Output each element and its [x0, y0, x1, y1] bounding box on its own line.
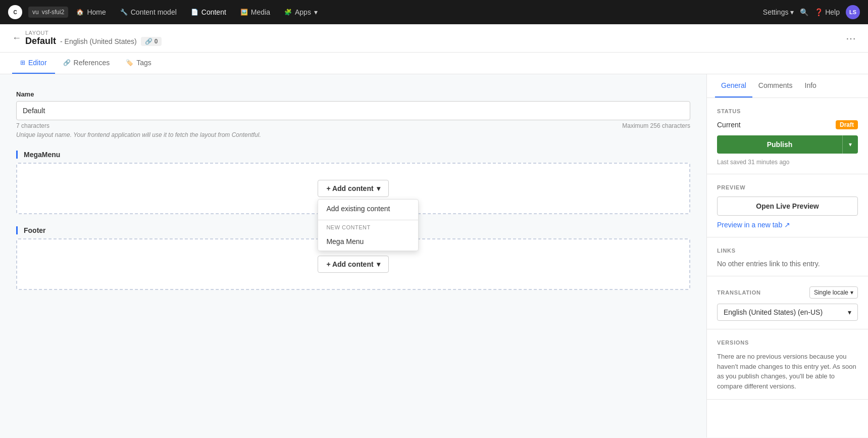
field-hint: Unique layout name. Your frontend applic… [16, 131, 690, 138]
apps-chevron-icon: ▾ [314, 8, 318, 16]
breadcrumb: Layout Default - English (United States)… [25, 30, 846, 46]
sub-navigation: ← Layout Default - English (United State… [0, 24, 868, 53]
char-count-row: 7 characters Maximum 256 characters [16, 122, 690, 129]
tab-tags[interactable]: 🏷️ Tags [118, 53, 160, 74]
links-section: LINKS No other entries link to this entr… [707, 237, 868, 276]
megamenu-section: MegaMenu + Add content ▾ Add existing co… [16, 151, 690, 214]
sidebar-tabs: General Comments Info [707, 74, 868, 98]
name-input[interactable] [16, 101, 690, 120]
translation-section: TRANSLATION Single locale ▾ English (Uni… [707, 276, 868, 329]
new-content-section-label: New content [318, 220, 418, 232]
top-navigation: C vu vsf-sfui2 🏠 Home 🔧 Content model 📄 … [0, 0, 868, 24]
nav-media[interactable]: 🖼️ Media [234, 5, 276, 19]
locale-select-chevron-icon: ▾ [848, 308, 851, 316]
tabs-bar: ⊞ Editor 🔗 References 🏷️ Tags [0, 53, 868, 74]
current-label: Current [717, 121, 741, 129]
tags-tab-icon: 🏷️ [126, 59, 133, 66]
breadcrumb-locale: - English (United States) [60, 37, 137, 45]
char-count: 7 characters [16, 122, 49, 129]
content-icon: 📄 [191, 9, 198, 16]
open-live-preview-button[interactable]: Open Live Preview [717, 197, 858, 216]
megamenu-header: MegaMenu [16, 151, 690, 159]
status-title: STATUS [717, 108, 858, 114]
single-locale-select[interactable]: Single locale ▾ [809, 286, 858, 299]
references-tab-icon: 🔗 [63, 59, 71, 66]
no-links-text: No other entries link to this entry. [717, 260, 858, 268]
footer-add-content-button[interactable]: + Add content ▾ [318, 256, 388, 273]
locale-select[interactable]: English (United States) (en-US) ▾ [717, 304, 858, 321]
add-content-dropdown: + Add content ▾ Add existing content New… [318, 180, 388, 197]
versions-title: VERSIONS [717, 339, 858, 346]
nav-apps[interactable]: 🧩 Apps ▾ [278, 5, 324, 19]
nav-content-model[interactable]: 🔧 Content model [114, 5, 183, 19]
sidebar-tab-general[interactable]: General [715, 74, 752, 98]
megamenu-box: + Add content ▾ Add existing content New… [16, 163, 690, 214]
page-title: Default - English (United States) 🔗 0 [25, 36, 846, 46]
publish-button[interactable]: Publish [717, 135, 842, 154]
content-model-icon: 🔧 [120, 9, 128, 16]
app-logo: C [8, 5, 22, 19]
external-link-icon: ↗ [784, 221, 790, 229]
main-layout: Name 7 characters Maximum 256 characters… [0, 74, 868, 437]
tab-editor[interactable]: ⊞ Editor [12, 53, 55, 74]
name-field-section: Name 7 characters Maximum 256 characters… [16, 90, 690, 138]
footer-add-content-dropdown: + Add content ▾ [318, 256, 388, 273]
megamenu-title: MegaMenu [24, 151, 690, 159]
help-button[interactable]: ❓ Help [814, 8, 840, 16]
home-icon: 🏠 [76, 9, 84, 16]
space-abbr: vu [32, 9, 39, 16]
nav-right: Settings ▾ 🔍 ❓ Help LS [763, 5, 860, 19]
nav-content[interactable]: 📄 Content [185, 5, 232, 19]
settings-button[interactable]: Settings ▾ [763, 8, 794, 16]
draft-badge: Draft [836, 120, 858, 129]
sidebar-tab-info[interactable]: Info [799, 74, 823, 98]
name-label: Name [16, 90, 690, 98]
translation-title: TRANSLATION [717, 289, 761, 296]
content-area: Name 7 characters Maximum 256 characters… [0, 74, 706, 437]
locale-chevron-icon: ▾ [850, 289, 853, 296]
chevron-down-icon: ▾ [377, 184, 380, 192]
link-icon: 🔗 [145, 38, 152, 45]
add-content-button[interactable]: + Add content ▾ [318, 180, 388, 197]
sidebar-tab-comments[interactable]: Comments [752, 74, 799, 98]
preview-section: PREVIEW Open Live Preview Preview in a n… [707, 174, 868, 237]
max-chars: Maximum 256 characters [622, 122, 690, 129]
versions-text: There are no previous versions because y… [717, 352, 858, 391]
right-sidebar: General Comments Info STATUS Current Dra… [706, 74, 868, 437]
nav-home[interactable]: 🏠 Home [70, 5, 112, 19]
footer-chevron-down-icon: ▾ [377, 260, 380, 268]
space-id: vsf-sfui2 [42, 9, 65, 16]
apps-icon: 🧩 [284, 9, 292, 16]
translation-row: TRANSLATION Single locale ▾ [717, 286, 858, 299]
link-count-badge[interactable]: 🔗 0 [141, 37, 162, 46]
editor-tab-icon: ⊞ [20, 59, 25, 66]
add-existing-content-item[interactable]: Add existing content [318, 200, 418, 218]
user-avatar[interactable]: LS [846, 5, 860, 19]
links-title: LINKS [717, 248, 858, 254]
back-button[interactable]: ← [12, 33, 21, 43]
tab-references[interactable]: 🔗 References [55, 53, 118, 74]
add-content-dropdown-menu: Add existing content New content Mega Me… [318, 199, 419, 251]
status-section: STATUS Current Draft Publish ▾ Last save… [707, 98, 868, 174]
publish-chevron-button[interactable]: ▾ [842, 135, 858, 154]
status-row: Current Draft [717, 120, 858, 129]
versions-section: VERSIONS There are no previous versions … [707, 329, 868, 400]
preview-new-tab-link[interactable]: Preview in a new tab ↗ [717, 221, 858, 229]
search-button[interactable]: 🔍 [800, 8, 808, 16]
space-badge[interactable]: vu vsf-sfui2 [28, 7, 68, 18]
mega-menu-item[interactable]: Mega Menu [318, 232, 418, 251]
last-saved: Last saved 31 minutes ago [717, 159, 858, 166]
media-icon: 🖼️ [240, 9, 248, 16]
preview-title: PREVIEW [717, 184, 858, 190]
publish-btn-group: Publish ▾ [717, 135, 858, 154]
more-options-button[interactable]: ⋯ [846, 32, 856, 44]
breadcrumb-label: Layout [25, 30, 846, 36]
sub-nav-right: ⋯ [846, 32, 856, 44]
